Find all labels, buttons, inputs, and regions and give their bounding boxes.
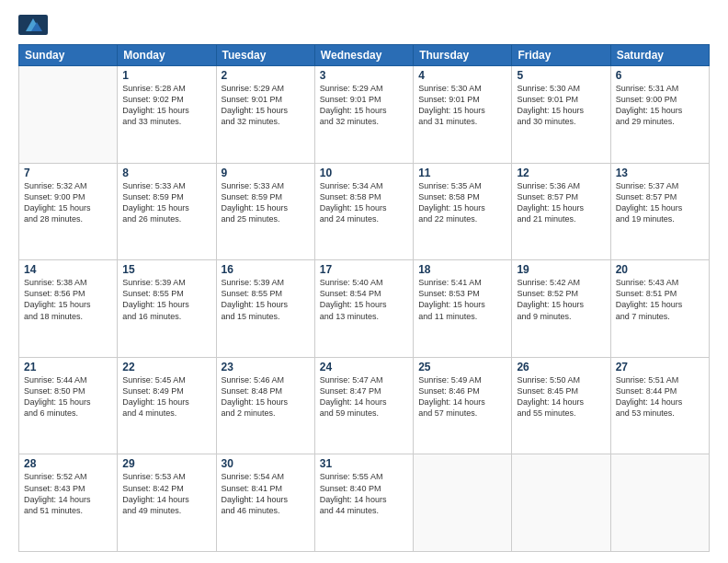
day-number: 9 <box>222 167 310 179</box>
calendar-cell: 22Sunrise: 5:45 AM Sunset: 8:49 PM Dayli… <box>118 357 216 454</box>
day-info: Sunrise: 5:46 AM Sunset: 8:48 PM Dayligh… <box>222 374 310 419</box>
day-number: 20 <box>616 263 704 276</box>
calendar-cell <box>414 454 512 552</box>
day-info: Sunrise: 5:47 AM Sunset: 8:47 PM Dayligh… <box>320 374 408 419</box>
day-info: Sunrise: 5:33 AM Sunset: 8:59 PM Dayligh… <box>222 180 310 225</box>
calendar-cell: 20Sunrise: 5:43 AM Sunset: 8:51 PM Dayli… <box>610 260 709 358</box>
day-header-wednesday: Wednesday <box>314 45 413 66</box>
day-info: Sunrise: 5:39 AM Sunset: 8:55 PM Dayligh… <box>122 277 210 322</box>
calendar-cell: 3Sunrise: 5:29 AM Sunset: 9:01 PM Daylig… <box>314 66 413 164</box>
day-number: 10 <box>320 167 408 179</box>
day-info: Sunrise: 5:33 AM Sunset: 8:59 PM Dayligh… <box>122 180 210 225</box>
day-info: Sunrise: 5:30 AM Sunset: 9:01 PM Dayligh… <box>517 83 605 128</box>
calendar-cell: 21Sunrise: 5:44 AM Sunset: 8:50 PM Dayli… <box>19 357 118 454</box>
day-info: Sunrise: 5:45 AM Sunset: 8:49 PM Dayligh… <box>122 374 210 419</box>
day-number: 6 <box>616 69 704 82</box>
day-number: 30 <box>222 457 310 470</box>
day-header-friday: Friday <box>512 45 610 66</box>
calendar-table: SundayMondayTuesdayWednesdayThursdayFrid… <box>18 44 710 552</box>
day-number: 11 <box>418 167 506 179</box>
calendar-week-1: 1Sunrise: 5:28 AM Sunset: 9:02 PM Daylig… <box>19 66 710 164</box>
calendar-cell: 9Sunrise: 5:33 AM Sunset: 8:59 PM Daylig… <box>216 163 314 260</box>
day-info: Sunrise: 5:35 AM Sunset: 8:58 PM Dayligh… <box>418 180 506 225</box>
calendar-week-3: 14Sunrise: 5:38 AM Sunset: 8:56 PM Dayli… <box>19 260 710 358</box>
calendar-cell: 11Sunrise: 5:35 AM Sunset: 8:58 PM Dayli… <box>414 163 512 260</box>
day-number: 12 <box>517 167 605 179</box>
day-info: Sunrise: 5:52 AM Sunset: 8:43 PM Dayligh… <box>24 471 112 516</box>
day-number: 15 <box>122 263 210 276</box>
day-number: 13 <box>616 167 704 179</box>
day-number: 1 <box>122 69 210 82</box>
day-number: 23 <box>222 361 310 373</box>
calendar-cell: 27Sunrise: 5:51 AM Sunset: 8:44 PM Dayli… <box>610 357 709 454</box>
day-info: Sunrise: 5:55 AM Sunset: 8:40 PM Dayligh… <box>320 471 408 516</box>
calendar-cell: 15Sunrise: 5:39 AM Sunset: 8:55 PM Dayli… <box>118 260 216 358</box>
day-header-sunday: Sunday <box>19 45 118 66</box>
logo-icon <box>18 15 48 35</box>
day-info: Sunrise: 5:53 AM Sunset: 8:42 PM Dayligh… <box>122 471 210 516</box>
day-info: Sunrise: 5:49 AM Sunset: 8:46 PM Dayligh… <box>418 374 506 419</box>
day-header-saturday: Saturday <box>610 45 709 66</box>
day-number: 18 <box>418 263 506 276</box>
calendar-cell: 31Sunrise: 5:55 AM Sunset: 8:40 PM Dayli… <box>314 454 413 552</box>
day-number: 3 <box>320 69 408 82</box>
calendar-cell: 18Sunrise: 5:41 AM Sunset: 8:53 PM Dayli… <box>414 260 512 358</box>
calendar-cell: 23Sunrise: 5:46 AM Sunset: 8:48 PM Dayli… <box>216 357 314 454</box>
calendar-cell: 30Sunrise: 5:54 AM Sunset: 8:41 PM Dayli… <box>216 454 314 552</box>
day-info: Sunrise: 5:44 AM Sunset: 8:50 PM Dayligh… <box>24 374 112 419</box>
day-info: Sunrise: 5:36 AM Sunset: 8:57 PM Dayligh… <box>517 180 605 225</box>
day-number: 27 <box>616 361 704 373</box>
calendar-cell: 19Sunrise: 5:42 AM Sunset: 8:52 PM Dayli… <box>512 260 610 358</box>
calendar-cell <box>610 454 709 552</box>
day-number: 4 <box>418 69 506 82</box>
day-info: Sunrise: 5:51 AM Sunset: 8:44 PM Dayligh… <box>616 374 704 419</box>
calendar-cell: 8Sunrise: 5:33 AM Sunset: 8:59 PM Daylig… <box>118 163 216 260</box>
calendar-cell <box>512 454 610 552</box>
day-number: 7 <box>24 167 112 179</box>
day-info: Sunrise: 5:54 AM Sunset: 8:41 PM Dayligh… <box>222 471 310 516</box>
day-header-tuesday: Tuesday <box>216 45 314 66</box>
calendar-cell: 26Sunrise: 5:50 AM Sunset: 8:45 PM Dayli… <box>512 357 610 454</box>
logo <box>18 15 51 35</box>
day-number: 14 <box>24 263 112 276</box>
day-info: Sunrise: 5:42 AM Sunset: 8:52 PM Dayligh… <box>517 277 605 322</box>
day-info: Sunrise: 5:40 AM Sunset: 8:54 PM Dayligh… <box>320 277 408 322</box>
calendar-cell: 2Sunrise: 5:29 AM Sunset: 9:01 PM Daylig… <box>216 66 314 164</box>
day-info: Sunrise: 5:31 AM Sunset: 9:00 PM Dayligh… <box>616 83 704 128</box>
day-info: Sunrise: 5:38 AM Sunset: 8:56 PM Dayligh… <box>24 277 112 322</box>
calendar-cell: 5Sunrise: 5:30 AM Sunset: 9:01 PM Daylig… <box>512 66 610 164</box>
day-number: 2 <box>222 69 310 82</box>
day-info: Sunrise: 5:32 AM Sunset: 9:00 PM Dayligh… <box>24 180 112 225</box>
calendar-cell: 13Sunrise: 5:37 AM Sunset: 8:57 PM Dayli… <box>610 163 709 260</box>
page: SundayMondayTuesdayWednesdayThursdayFrid… <box>0 0 728 563</box>
calendar-cell: 10Sunrise: 5:34 AM Sunset: 8:58 PM Dayli… <box>314 163 413 260</box>
day-info: Sunrise: 5:30 AM Sunset: 9:01 PM Dayligh… <box>418 83 506 128</box>
day-number: 8 <box>122 167 210 179</box>
calendar-cell: 1Sunrise: 5:28 AM Sunset: 9:02 PM Daylig… <box>118 66 216 164</box>
calendar-cell: 24Sunrise: 5:47 AM Sunset: 8:47 PM Dayli… <box>314 357 413 454</box>
calendar-cell <box>19 66 118 164</box>
day-number: 5 <box>517 69 605 82</box>
day-number: 31 <box>320 457 408 470</box>
calendar-cell: 28Sunrise: 5:52 AM Sunset: 8:43 PM Dayli… <box>19 454 118 552</box>
day-number: 16 <box>222 263 310 276</box>
day-number: 24 <box>320 361 408 373</box>
calendar-cell: 29Sunrise: 5:53 AM Sunset: 8:42 PM Dayli… <box>118 454 216 552</box>
day-number: 25 <box>418 361 506 373</box>
day-number: 17 <box>320 263 408 276</box>
day-info: Sunrise: 5:29 AM Sunset: 9:01 PM Dayligh… <box>222 83 310 128</box>
calendar-cell: 7Sunrise: 5:32 AM Sunset: 9:00 PM Daylig… <box>19 163 118 260</box>
calendar-week-5: 28Sunrise: 5:52 AM Sunset: 8:43 PM Dayli… <box>19 454 710 552</box>
calendar-cell: 6Sunrise: 5:31 AM Sunset: 9:00 PM Daylig… <box>610 66 709 164</box>
day-info: Sunrise: 5:28 AM Sunset: 9:02 PM Dayligh… <box>122 83 210 128</box>
day-number: 21 <box>24 361 112 373</box>
day-number: 22 <box>122 361 210 373</box>
day-header-monday: Monday <box>118 45 216 66</box>
day-number: 28 <box>24 457 112 470</box>
day-header-thursday: Thursday <box>414 45 512 66</box>
day-info: Sunrise: 5:41 AM Sunset: 8:53 PM Dayligh… <box>418 277 506 322</box>
calendar-cell: 4Sunrise: 5:30 AM Sunset: 9:01 PM Daylig… <box>414 66 512 164</box>
calendar-header-row: SundayMondayTuesdayWednesdayThursdayFrid… <box>19 45 710 66</box>
day-info: Sunrise: 5:29 AM Sunset: 9:01 PM Dayligh… <box>320 83 408 128</box>
calendar-cell: 25Sunrise: 5:49 AM Sunset: 8:46 PM Dayli… <box>414 357 512 454</box>
